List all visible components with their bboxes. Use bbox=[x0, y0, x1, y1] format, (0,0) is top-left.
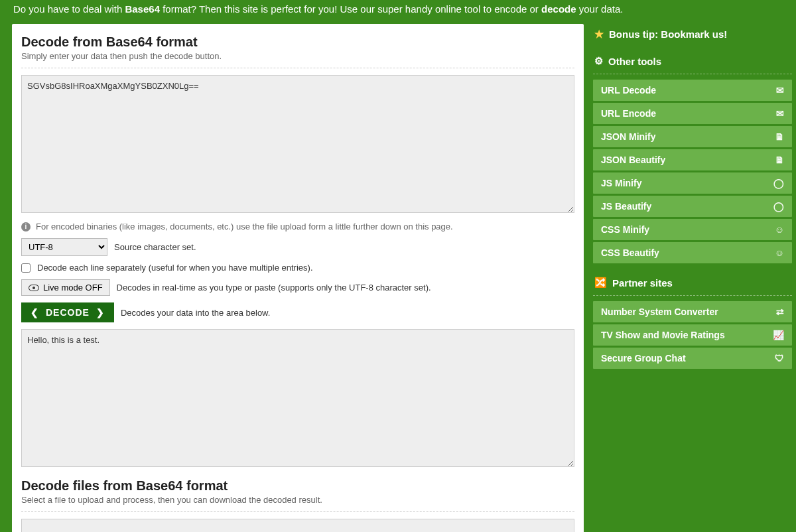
decode-button-label: DECODE bbox=[46, 307, 90, 318]
input-textarea[interactable] bbox=[21, 75, 574, 213]
sidebar-tool-3[interactable]: JSON Beautify🗎 bbox=[593, 149, 792, 170]
sidebar-tool-2[interactable]: JSON Minify🗎 bbox=[593, 126, 792, 147]
sidebar-tool-icon: 🗎 bbox=[775, 131, 784, 142]
tools-list: URL Decode✉URL Encode✉JSON Minify🗎JSON B… bbox=[593, 80, 792, 263]
chevron-left-icon: ❮ bbox=[31, 307, 39, 318]
decode-lines-checkbox[interactable] bbox=[21, 263, 31, 273]
star-icon: ★ bbox=[594, 28, 604, 40]
sidebar-tool-label: URL Encode bbox=[601, 108, 656, 119]
decode-heading: Decode from Base64 format bbox=[21, 34, 574, 50]
sidebar-partner-icon: 📈 bbox=[773, 330, 784, 340]
charset-select[interactable]: UTF-8 bbox=[21, 238, 107, 256]
sidebar-tool-6[interactable]: CSS Minify☺ bbox=[593, 219, 792, 240]
sidebar-tool-5[interactable]: JS Beautify◯ bbox=[593, 196, 792, 217]
sidebar-tool-7[interactable]: CSS Beautify☺ bbox=[593, 242, 792, 263]
sidebar-partner-1[interactable]: TV Show and Movie Ratings📈 bbox=[593, 324, 792, 346]
files-heading: Decode files from Base64 format bbox=[21, 478, 574, 494]
sidebar-partner-2[interactable]: Secure Group Chat🛡 bbox=[593, 348, 792, 369]
gear-icon: ⚙ bbox=[594, 55, 603, 67]
sidebar-tool-label: JS Minify bbox=[601, 178, 641, 188]
partners-list: Number System Converter⇄TV Show and Movi… bbox=[593, 301, 792, 369]
banner-text-1: Do you have to deal with bbox=[13, 3, 125, 15]
sidebar-tool-icon: 🗎 bbox=[775, 155, 784, 165]
output-textarea[interactable] bbox=[21, 329, 574, 467]
sidebar-tool-1[interactable]: URL Encode✉ bbox=[593, 103, 792, 124]
sidebar-partner-label: TV Show and Movie Ratings bbox=[601, 330, 725, 340]
partner-sites-heading: 🔀 Partner sites bbox=[593, 270, 792, 296]
bonus-tip[interactable]: ★ Bonus tip: Bookmark us! bbox=[593, 24, 792, 48]
eye-icon bbox=[29, 285, 39, 291]
sidebar-tool-0[interactable]: URL Decode✉ bbox=[593, 80, 792, 101]
sidebar-tool-icon: ✉ bbox=[776, 85, 784, 96]
files-subtext: Select a file to upload and process, the… bbox=[21, 495, 574, 505]
sidebar-partner-icon: 🛡 bbox=[775, 353, 784, 364]
banner-text-2: format? Then this site is perfect for yo… bbox=[160, 3, 541, 15]
sidebar-tool-icon: ◯ bbox=[773, 201, 784, 212]
banner-b64: Base64 bbox=[125, 3, 160, 15]
sidebar-tool-label: JSON Beautify bbox=[601, 155, 665, 165]
decode-subtext: Simply enter your data then push the dec… bbox=[21, 51, 574, 61]
top-banner: Do you have to deal with Base64 format? … bbox=[0, 0, 796, 24]
sidebar-partner-icon: ⇄ bbox=[776, 306, 784, 317]
sidebar-tool-icon: ☺ bbox=[775, 247, 784, 258]
sidebar-partner-label: Secure Group Chat bbox=[601, 353, 686, 364]
sidebar-partner-label: Number System Converter bbox=[601, 306, 718, 317]
sidebar-tool-icon: ☺ bbox=[775, 224, 784, 235]
sidebar-tool-icon: ◯ bbox=[773, 178, 784, 188]
charset-label: Source character set. bbox=[114, 242, 196, 252]
live-mode-desc: Decodes in real-time as you type or past… bbox=[117, 283, 431, 293]
file-upload-box[interactable] bbox=[21, 519, 574, 532]
main-panel: Decode from Base64 format Simply enter y… bbox=[12, 24, 584, 532]
live-mode-button[interactable]: Live mode OFF bbox=[21, 279, 110, 296]
sidebar-partner-0[interactable]: Number System Converter⇄ bbox=[593, 301, 792, 322]
partner-sites-label: Partner sites bbox=[612, 277, 673, 289]
decode-lines-label: Decode each line separately (useful for … bbox=[37, 263, 313, 273]
binary-hint: For encoded binaries (like images, docum… bbox=[36, 222, 453, 232]
sidebar-tool-label: CSS Minify bbox=[601, 224, 649, 235]
sidebar: ★ Bonus tip: Bookmark us! ⚙ Other tools … bbox=[593, 24, 792, 532]
decode-button[interactable]: ❮ DECODE ❯ bbox=[21, 302, 114, 322]
divider bbox=[21, 68, 574, 68]
chevron-right-icon: ❯ bbox=[96, 307, 105, 318]
sidebar-tool-label: CSS Beautify bbox=[601, 247, 659, 258]
bonus-text: Bonus tip: Bookmark us! bbox=[609, 29, 727, 40]
other-tools-label: Other tools bbox=[608, 56, 661, 67]
sidebar-tool-icon: ✉ bbox=[776, 108, 784, 119]
info-icon: i bbox=[21, 222, 31, 232]
sidebar-tool-label: JSON Minify bbox=[601, 131, 655, 142]
shuffle-icon: 🔀 bbox=[594, 277, 607, 289]
divider bbox=[21, 511, 574, 512]
sidebar-tool-label: JS Beautify bbox=[601, 201, 651, 212]
other-tools-heading: ⚙ Other tools bbox=[593, 48, 792, 74]
banner-text-3: your data. bbox=[576, 3, 624, 15]
sidebar-tool-4[interactable]: JS Minify◯ bbox=[593, 172, 792, 194]
live-mode-label: Live mode OFF bbox=[43, 283, 103, 293]
banner-decode: decode bbox=[541, 3, 576, 15]
sidebar-tool-label: URL Decode bbox=[601, 85, 656, 96]
decode-desc: Decodes your data into the area below. bbox=[121, 308, 270, 318]
